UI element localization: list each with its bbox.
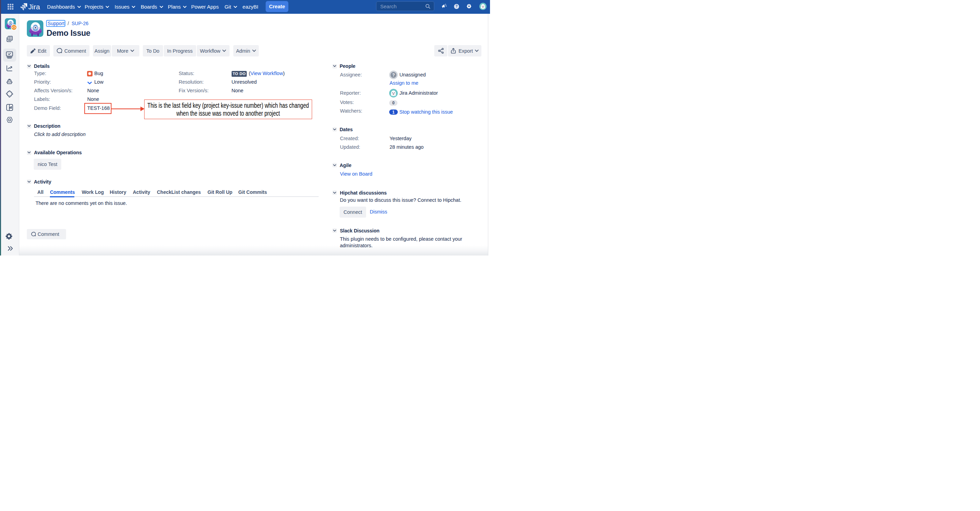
svg-text:?: ? xyxy=(456,5,458,8)
svg-text:?: ? xyxy=(392,73,395,77)
